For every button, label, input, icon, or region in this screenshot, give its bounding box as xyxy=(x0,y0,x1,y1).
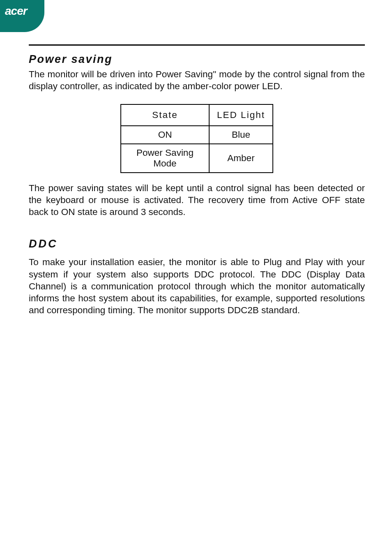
section-power-saving: Power saving The monitor will be driven … xyxy=(29,53,365,218)
table-header-state: State xyxy=(121,104,209,126)
table-row: ON Blue xyxy=(121,126,273,144)
power-saving-outro: The power saving states will be kept unt… xyxy=(29,182,365,218)
power-saving-intro: The monitor will be driven into Power Sa… xyxy=(29,68,365,92)
state-table: State LED Light ON Blue Power Saving Mod… xyxy=(120,104,273,173)
heading-ddc: DDC xyxy=(29,238,365,250)
section-ddc: DDC To make your installation easier, th… xyxy=(29,238,365,316)
table-cell-led: Blue xyxy=(209,126,273,144)
page-content: Power saving The monitor will be driven … xyxy=(29,44,365,317)
table-row: Power Saving Mode Amber xyxy=(121,144,273,173)
state-table-wrap: State LED Light ON Blue Power Saving Mod… xyxy=(29,104,365,173)
table-header-led: LED Light xyxy=(209,104,273,126)
ddc-text: To make your installation easier, the mo… xyxy=(29,256,365,316)
heading-power-saving: Power saving xyxy=(29,53,365,66)
brand-logo-text: acer xyxy=(5,5,27,18)
table-header-row: State LED Light xyxy=(121,104,273,126)
table-cell-state: Power Saving Mode xyxy=(121,144,209,173)
brand-logo-tab: acer xyxy=(0,0,44,32)
top-rule xyxy=(29,44,365,46)
table-cell-led: Amber xyxy=(209,144,273,173)
table-cell-state: ON xyxy=(121,126,209,144)
